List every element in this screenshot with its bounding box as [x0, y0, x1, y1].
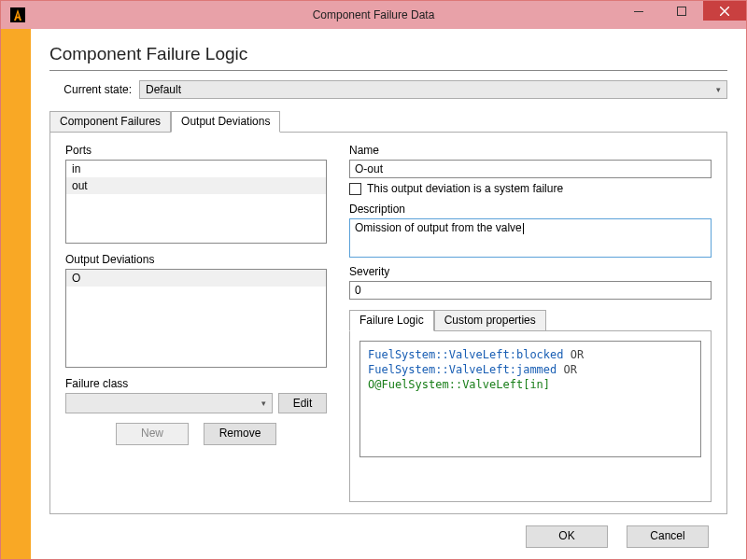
ports-listbox[interactable]: in out: [65, 160, 327, 244]
failure-logic-textarea[interactable]: FuelSystem::ValveLeft:blocked OR FuelSys…: [359, 341, 701, 457]
divider: [49, 70, 727, 71]
ok-button[interactable]: OK: [526, 525, 608, 548]
svg-rect-2: [678, 7, 686, 15]
side-accent-bar: [1, 29, 31, 559]
description-label: Description: [349, 203, 712, 216]
tab-failure-logic[interactable]: Failure Logic: [349, 310, 434, 331]
close-button[interactable]: [703, 1, 746, 21]
severity-label: Severity: [349, 265, 712, 278]
ports-label: Ports: [65, 144, 327, 157]
current-state-label: Current state:: [49, 83, 139, 96]
remove-button[interactable]: Remove: [204, 423, 276, 445]
edit-button[interactable]: Edit: [278, 393, 327, 413]
current-state-value: Default: [146, 83, 181, 96]
tab-component-failures[interactable]: Component Failures: [49, 111, 171, 133]
maximize-button[interactable]: [660, 1, 703, 21]
list-item[interactable]: O: [66, 270, 326, 287]
title-bar[interactable]: Component Failure Data: [1, 1, 746, 29]
failure-class-label: Failure class: [65, 377, 327, 390]
output-deviations-label: Output Deviations: [65, 253, 327, 266]
output-deviations-listbox[interactable]: O: [65, 269, 327, 368]
name-label: Name: [349, 144, 712, 157]
list-item[interactable]: in: [66, 161, 326, 177]
current-state-dropdown[interactable]: Default ▾: [139, 80, 727, 99]
new-button[interactable]: New: [116, 423, 189, 445]
main-tabs: Component Failures Output Deviations: [49, 110, 727, 132]
description-textarea[interactable]: Omission of output from the valve: [349, 218, 712, 258]
severity-input[interactable]: [349, 281, 712, 300]
minimize-button[interactable]: [617, 1, 660, 21]
system-failure-label: This output deviation is a system failur…: [367, 182, 563, 195]
cancel-button[interactable]: Cancel: [627, 525, 709, 548]
tab-output-deviations[interactable]: Output Deviations: [171, 111, 280, 133]
page-title: Component Failure Logic: [49, 44, 727, 64]
chevron-down-icon: ▾: [261, 399, 266, 408]
system-failure-checkbox[interactable]: [349, 183, 361, 195]
chevron-down-icon: ▾: [716, 85, 721, 94]
tab-custom-properties[interactable]: Custom properties: [434, 310, 546, 331]
app-icon: [7, 4, 29, 26]
dialog-window: Component Failure Data Component Failure…: [0, 0, 747, 560]
svg-rect-1: [634, 11, 643, 12]
name-input[interactable]: [349, 160, 712, 178]
list-item[interactable]: out: [66, 177, 326, 194]
failure-class-dropdown[interactable]: ▾: [65, 393, 273, 413]
window-controls: [617, 1, 746, 29]
